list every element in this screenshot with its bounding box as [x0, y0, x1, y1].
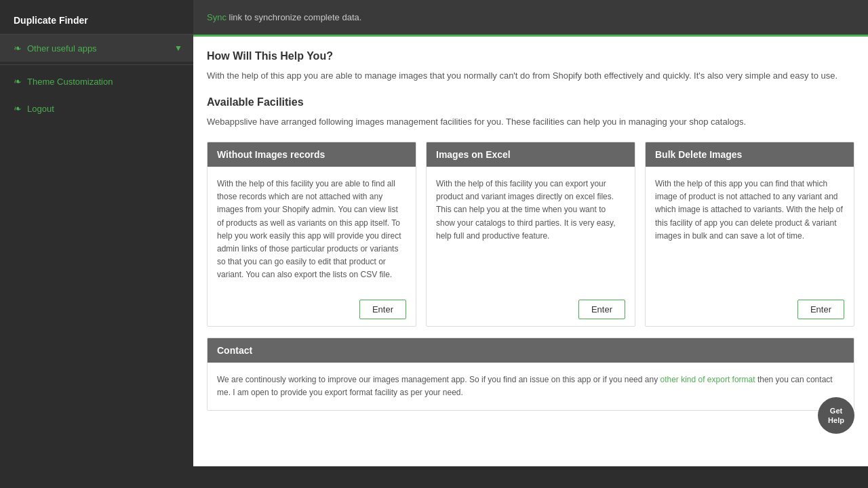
sidebar-item-other-useful-apps[interactable]: ❧ Other useful apps ▼ — [0, 35, 193, 62]
main-content: Sync link to synchronize complete data. … — [193, 0, 868, 488]
leaf-icon-3: ❧ — [14, 103, 22, 114]
card-without-images-footer: Enter — [208, 293, 416, 326]
contact-card-header: Contact — [208, 338, 854, 363]
export-format-link[interactable]: other kind of export format — [660, 375, 755, 384]
available-section-desc: Webappslive have arranged following imag… — [207, 115, 854, 129]
get-help-label: GetHelp — [828, 406, 844, 426]
sidebar: Duplicate Finder ❧ Other useful apps ▼ ❧… — [0, 0, 193, 488]
contact-card-body: We are continously working to improve ou… — [208, 363, 854, 410]
how-section-desc: With the help of this app you are able t… — [207, 69, 854, 83]
enter-button-images-excel[interactable]: Enter — [578, 300, 625, 319]
sidebar-item-label-2: Theme Customization — [27, 77, 113, 87]
card-bulk-delete-body: With the help of this app you can find t… — [646, 167, 854, 293]
card-without-images: Without Images records With the help of … — [207, 142, 416, 327]
how-section-title: How Will This Help You? — [207, 50, 854, 62]
content-area: How Will This Help You? With the help of… — [193, 37, 868, 488]
bottom-bar — [0, 466, 868, 488]
card-images-on-excel: Images on Excel With the help of this fa… — [426, 142, 635, 327]
leaf-icon: ❧ — [14, 43, 22, 54]
contact-body-prefix: We are continously working to improve ou… — [217, 375, 660, 384]
info-banner: Sync link to synchronize complete data. — [193, 0, 868, 37]
info-banner-text: Sync link to synchronize complete data. — [207, 12, 361, 22]
get-help-button[interactable]: GetHelp — [818, 397, 854, 434]
sidebar-item-theme-customization[interactable]: ❧ Theme Customization — [0, 68, 193, 95]
card-images-excel-body: With the help of this facility you can e… — [427, 167, 635, 293]
sidebar-item-logout[interactable]: ❧ Logout — [0, 95, 193, 122]
sidebar-item-label: Other useful apps — [27, 43, 97, 54]
sidebar-title: Duplicate Finder — [0, 7, 193, 35]
card-bulk-delete-footer: Enter — [646, 293, 854, 326]
enter-button-bulk-delete[interactable]: Enter — [797, 300, 844, 319]
card-images-excel-footer: Enter — [427, 293, 635, 326]
enter-button-without-images[interactable]: Enter — [359, 300, 406, 319]
sidebar-divider — [0, 64, 193, 65]
contact-card: Contact We are continously working to im… — [207, 338, 854, 411]
card-bulk-delete: Bulk Delete Images With the help of this… — [645, 142, 854, 327]
sync-link[interactable]: Sync — [207, 12, 226, 22]
card-images-excel-header: Images on Excel — [427, 142, 635, 167]
cards-row: Without Images records With the help of … — [207, 142, 854, 327]
card-without-images-body: With the help of this facility you are a… — [208, 167, 416, 293]
leaf-icon-2: ❧ — [14, 76, 22, 87]
chevron-down-icon: ▼ — [174, 43, 182, 53]
sidebar-item-label-3: Logout — [27, 104, 54, 114]
contact-row: Contact We are continously working to im… — [207, 338, 854, 411]
available-section-title: Available Facilities — [207, 96, 854, 108]
card-without-images-header: Without Images records — [208, 142, 416, 167]
card-bulk-delete-header: Bulk Delete Images — [646, 142, 854, 167]
info-banner-suffix: link to synchronize complete data. — [226, 12, 361, 22]
